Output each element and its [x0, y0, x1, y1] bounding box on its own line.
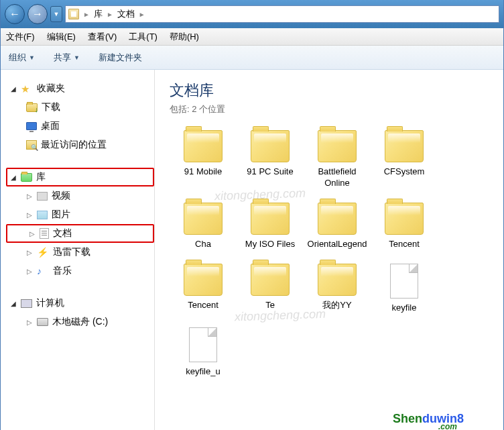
share-button[interactable]: 共享 ▼ [54, 52, 80, 64]
organize-button[interactable]: 组织 ▼ [9, 52, 35, 64]
documents-icon [40, 228, 49, 239]
folder-icon [251, 203, 290, 235]
sidebar-videos[interactable]: ▷ 视频 [6, 186, 154, 205]
folder-icon [251, 130, 290, 162]
thunder-icon: ⚡ [37, 247, 49, 258]
folder-item[interactable]: Tencent [170, 261, 237, 317]
item-label: Te [239, 300, 301, 311]
sidebar-thunder[interactable]: ▷ ⚡ 迅雷下载 [6, 243, 154, 262]
chevron-down-icon: ▼ [74, 54, 80, 61]
menu-edit[interactable]: 编辑(E) [47, 31, 76, 43]
collapse-icon: ◢ [10, 174, 17, 181]
expand-icon: ▷ [26, 193, 33, 200]
item-label: Battlefield Online [306, 166, 368, 189]
sidebar-computer[interactable]: ◢ 计算机 [6, 294, 154, 313]
folder-icon [318, 130, 357, 162]
expand-icon: ▷ [26, 319, 33, 326]
computer-icon [21, 299, 32, 308]
breadcrumb-item[interactable]: 文档 [117, 8, 135, 20]
address-bar[interactable]: ► 库 ► 文档 ► [65, 5, 499, 23]
file-item[interactable]: keyfile_u [170, 325, 237, 380]
breadcrumb-separator: ► [107, 11, 113, 18]
pictures-icon [37, 211, 48, 219]
folder-icon [184, 130, 223, 162]
folder-item[interactable]: Te [237, 261, 304, 317]
sidebar-item-label: 下载 [42, 101, 60, 113]
item-label: Tencent [373, 239, 435, 250]
folder-icon [184, 264, 223, 296]
sidebar-item-label: 收藏夹 [37, 83, 65, 95]
new-folder-button[interactable]: 新建文件夹 [99, 52, 142, 64]
folder-item[interactable]: Tencent [371, 200, 438, 253]
breadcrumb-item[interactable]: 库 [94, 8, 103, 20]
navigation-bar: ← → ▼ ► 库 ► 文档 ► [1, 0, 503, 28]
video-icon [37, 192, 48, 201]
drive-icon [37, 318, 48, 326]
menu-tools[interactable]: 工具(T) [129, 31, 158, 43]
folder-item[interactable]: My ISO Files [237, 200, 304, 253]
item-label: Tencent [172, 300, 234, 311]
forward-button[interactable]: → [27, 4, 48, 24]
folder-item[interactable]: 91 Mobile [170, 127, 237, 192]
sidebar-drive-c[interactable]: ▷ 木地磁舟 (C:) [6, 313, 154, 331]
menu-help[interactable]: 帮助(H) [170, 31, 199, 43]
sidebar-pictures[interactable]: ▷ 图片 [6, 205, 154, 224]
brand-logo: Shenduwin8 .com [393, 412, 464, 426]
sidebar-item-label: 桌面 [41, 120, 60, 132]
sidebar-item-label: 库 [36, 171, 46, 183]
sidebar-item-label: 图片 [52, 209, 70, 221]
star-icon: ★ [21, 83, 33, 94]
expand-icon: ▷ [29, 230, 36, 237]
sidebar-desktop[interactable]: 桌面 [6, 117, 154, 136]
menu-bar: 文件(F) 编辑(E) 查看(V) 工具(T) 帮助(H) [1, 28, 503, 46]
sidebar-item-label: 音乐 [53, 265, 72, 277]
navigation-pane: ◢ ★ 收藏夹 下载 桌面 最近访问的位置 [1, 70, 155, 430]
folder-icon [184, 203, 223, 235]
breadcrumb-separator: ► [139, 11, 145, 18]
menu-view[interactable]: 查看(V) [88, 31, 117, 43]
sidebar-item-label: 最近访问的位置 [41, 139, 107, 151]
collapse-icon: ◢ [10, 300, 17, 307]
recent-icon [26, 140, 37, 150]
folder-icon [385, 130, 424, 162]
music-icon: ♪ [37, 266, 49, 276]
chevron-down-icon: ▼ [29, 54, 35, 61]
sidebar-music[interactable]: ▷ ♪ 音乐 [6, 262, 154, 280]
folder-grid: 91 Mobile91 PC SuiteBattlefield OnlineCF… [170, 127, 497, 388]
folder-icon [318, 203, 357, 235]
toolbar: 组织 ▼ 共享 ▼ 新建文件夹 [1, 46, 503, 70]
folder-item[interactable]: 91 PC Suite [237, 127, 304, 192]
file-item[interactable]: keyfile [371, 261, 438, 317]
item-label: 91 PC Suite [239, 166, 301, 178]
sidebar-recent[interactable]: 最近访问的位置 [6, 136, 154, 154]
back-button[interactable]: ← [5, 4, 25, 24]
nav-history-dropdown[interactable]: ▼ [50, 6, 62, 22]
desktop-icon [26, 122, 37, 130]
sidebar-downloads[interactable]: 下载 [6, 98, 154, 117]
library-title: 文档库 [170, 80, 497, 101]
expand-icon: ▷ [26, 249, 33, 256]
sidebar-item-label: 木地磁舟 (C:) [52, 316, 108, 328]
library-icon [21, 173, 32, 182]
sidebar-favorites[interactable]: ◢ ★ 收藏夹 [6, 79, 154, 98]
folder-item[interactable]: Battlefield Online [304, 127, 371, 192]
file-icon [189, 327, 217, 362]
item-label: 我的YY [306, 300, 368, 311]
share-label: 共享 [54, 52, 71, 64]
breadcrumb-separator: ► [83, 11, 90, 18]
folder-item[interactable]: CFSystem [371, 127, 438, 192]
file-icon [390, 264, 418, 299]
sidebar-documents[interactable]: ▷ 文档 [6, 224, 154, 243]
expand-icon: ▷ [26, 211, 33, 219]
item-label: Cha [172, 239, 234, 250]
folder-item[interactable]: 我的YY [304, 261, 371, 317]
item-label: CFSystem [373, 166, 435, 178]
folder-item[interactable]: OrientalLegend [304, 200, 371, 253]
location-icon [68, 9, 79, 19]
content-pane: 文档库 包括: 2 个位置 91 Mobile91 PC SuiteBattle… [155, 70, 503, 430]
folder-item[interactable]: Cha [170, 200, 237, 253]
folder-icon [251, 264, 290, 296]
sidebar-libraries[interactable]: ◢ 库 [6, 168, 154, 186]
item-label: keyfile [373, 303, 435, 314]
menu-file[interactable]: 文件(F) [6, 31, 35, 43]
